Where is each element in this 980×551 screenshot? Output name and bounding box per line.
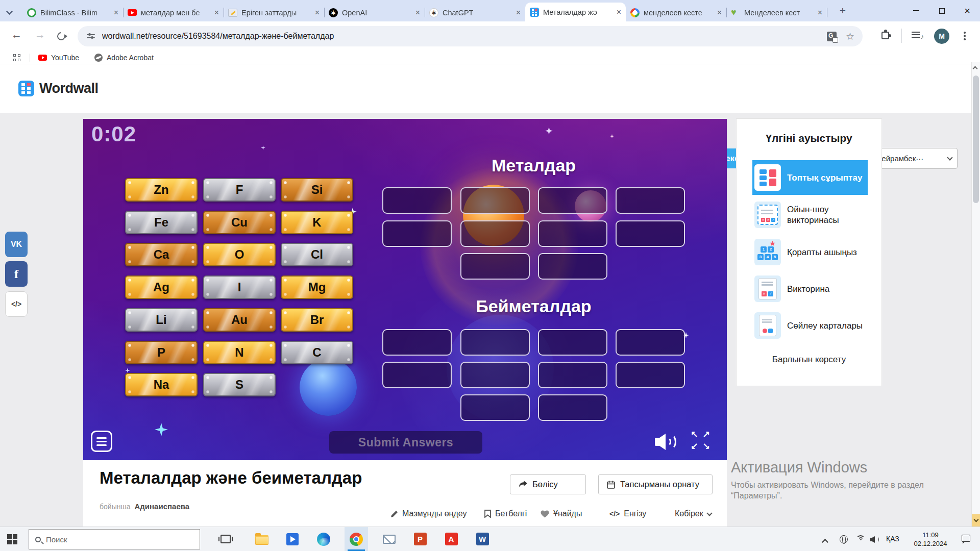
element-tile-Ag[interactable]: Ag bbox=[125, 276, 198, 299]
element-tile-C[interactable]: C bbox=[281, 341, 353, 364]
taskbar-acrobat[interactable]: A bbox=[439, 527, 463, 551]
window-minimize-button[interactable] bbox=[903, 0, 929, 21]
back-button[interactable]: ← bbox=[11, 29, 22, 41]
tab-close-icon[interactable]: × bbox=[818, 9, 822, 17]
page-scrollbar[interactable] bbox=[971, 62, 980, 527]
answer-slot[interactable] bbox=[538, 362, 607, 388]
scroll-down-arrow[interactable] bbox=[972, 514, 980, 527]
element-tile-Zn[interactable]: Zn bbox=[125, 178, 198, 202]
action-center-icon[interactable] bbox=[962, 535, 970, 542]
answer-slot[interactable] bbox=[460, 253, 530, 280]
answer-slot[interactable] bbox=[460, 394, 530, 421]
browser-tab[interactable]: металдар мен бе× bbox=[123, 4, 224, 21]
window-maximize-button[interactable] bbox=[929, 0, 954, 21]
bookmark-star-icon[interactable]: ☆ bbox=[846, 31, 854, 42]
apps-grid-icon[interactable] bbox=[13, 54, 20, 61]
template-option-gameshow-quiz[interactable]: ✕✕✓ Ойын-шоу викторинасы bbox=[753, 198, 867, 231]
fullscreen-icon[interactable]: ↖↗↙↘ bbox=[689, 429, 712, 453]
answer-slot[interactable] bbox=[616, 329, 685, 356]
tab-close-icon[interactable]: × bbox=[516, 9, 521, 17]
template-option-group-sort[interactable]: Топтық сұрыптау bbox=[753, 161, 867, 194]
clock[interactable]: 11:09 02.12.2024 bbox=[908, 531, 953, 548]
profile-avatar[interactable]: M bbox=[934, 29, 949, 44]
template-option-speaking-cards[interactable]: Сөйлеу карталары bbox=[753, 309, 867, 342]
address-bar[interactable]: wordwall.net/resource/51693584/металдар-… bbox=[78, 26, 863, 46]
tray-show-hidden-icons[interactable] bbox=[823, 537, 827, 546]
element-tile-Ca[interactable]: Ca bbox=[125, 243, 198, 266]
set-assignment-button[interactable]: Тапсырманы орнату bbox=[598, 474, 713, 494]
volume-icon[interactable] bbox=[870, 536, 880, 543]
element-tile-Br[interactable]: Br bbox=[281, 308, 353, 332]
more-action[interactable]: Көбірек bbox=[675, 509, 712, 518]
taskbar-powerpoint[interactable]: P bbox=[408, 527, 432, 551]
answer-slot[interactable] bbox=[538, 253, 607, 280]
taskbar-movies-app[interactable] bbox=[281, 527, 304, 551]
answer-slot[interactable] bbox=[382, 187, 452, 214]
element-tile-P[interactable]: P bbox=[125, 341, 198, 364]
language-indicator[interactable]: ҚАЗ bbox=[886, 535, 899, 543]
element-tile-N[interactable]: N bbox=[203, 341, 276, 364]
scroll-up-arrow[interactable] bbox=[973, 63, 977, 72]
element-tile-I[interactable]: I bbox=[203, 276, 276, 299]
taskbar-word[interactable]: W bbox=[471, 527, 494, 551]
edit-content-action[interactable]: Мазмұнды өңдеу bbox=[390, 509, 467, 518]
answer-slot[interactable] bbox=[460, 329, 530, 356]
tab-close-icon[interactable]: × bbox=[315, 9, 320, 17]
tab-close-icon[interactable]: × bbox=[415, 9, 420, 17]
extensions-icon[interactable] bbox=[881, 32, 889, 39]
answer-slot[interactable] bbox=[382, 220, 452, 247]
element-tile-Cl[interactable]: Cl bbox=[281, 243, 353, 266]
answer-slot[interactable] bbox=[538, 220, 607, 247]
element-tile-O[interactable]: O bbox=[203, 243, 276, 266]
element-tile-Na[interactable]: Na bbox=[125, 373, 198, 396]
element-tile-Cu[interactable]: Cu bbox=[203, 211, 276, 234]
like-action[interactable]: Ұнайды bbox=[541, 509, 582, 518]
answer-slot[interactable] bbox=[616, 220, 685, 247]
forward-button[interactable]: → bbox=[35, 29, 45, 41]
browser-tab[interactable]: Менделеев кест× bbox=[726, 4, 827, 21]
browser-tab[interactable]: менделеев кесте× bbox=[626, 4, 726, 21]
taskbar-search-input[interactable]: Поиск bbox=[29, 529, 200, 549]
element-tile-Au[interactable]: Au bbox=[203, 308, 276, 332]
element-tile-Si[interactable]: Si bbox=[281, 178, 353, 202]
bookmark-youtube[interactable]: YouTube bbox=[38, 54, 79, 62]
answer-slot[interactable] bbox=[616, 362, 685, 388]
answer-slot[interactable] bbox=[538, 329, 607, 356]
show-all-templates-link[interactable]: Барлығын көрсету bbox=[737, 355, 881, 365]
game-canvas[interactable]: 0:02 Металдар Бейметалдар Submit Answers… bbox=[83, 119, 727, 460]
submit-answers-button[interactable]: Submit Answers bbox=[329, 431, 482, 454]
share-button[interactable]: Бөлісу bbox=[510, 474, 586, 494]
element-tile-Mg[interactable]: Mg bbox=[281, 276, 353, 299]
taskbar-file-explorer[interactable] bbox=[250, 527, 274, 551]
browser-tab[interactable]: Еріген заттарды× bbox=[224, 4, 324, 21]
answer-slot[interactable] bbox=[460, 220, 530, 247]
tab-search-chevron-icon[interactable] bbox=[7, 7, 16, 16]
element-tile-Li[interactable]: Li bbox=[125, 308, 198, 332]
tab-close-icon[interactable]: × bbox=[114, 9, 118, 17]
answer-slot[interactable] bbox=[538, 394, 607, 421]
taskbar-chrome[interactable] bbox=[345, 527, 368, 551]
answer-slot[interactable] bbox=[460, 362, 530, 388]
answer-slot[interactable] bbox=[382, 329, 452, 356]
url-text[interactable]: wordwall.net/resource/51693584/металдар-… bbox=[102, 32, 827, 41]
browser-tab[interactable]: Металалдар жә× bbox=[525, 3, 626, 21]
embed-code-button[interactable]: </> bbox=[5, 291, 28, 317]
wifi-icon[interactable] bbox=[855, 535, 866, 543]
taskbar-mail[interactable] bbox=[377, 527, 401, 551]
tab-close-icon[interactable]: × bbox=[214, 9, 219, 17]
translate-icon[interactable] bbox=[827, 32, 837, 41]
element-tile-K[interactable]: K bbox=[281, 211, 353, 234]
bookmark-action[interactable]: Бетбелгі bbox=[484, 509, 527, 518]
answer-slot[interactable] bbox=[616, 187, 685, 214]
share-facebook-button[interactable]: f bbox=[5, 261, 28, 287]
browser-tab[interactable]: OpenAI× bbox=[324, 4, 425, 21]
new-tab-button[interactable]: + bbox=[835, 4, 850, 18]
reload-button[interactable] bbox=[56, 31, 67, 42]
network-icon[interactable] bbox=[840, 535, 848, 543]
wordwall-logo[interactable]: Wordwall bbox=[18, 81, 99, 96]
browser-tab[interactable]: ChatGPT× bbox=[425, 4, 525, 21]
template-option-quiz[interactable]: ✕✓ Викторина bbox=[753, 272, 867, 305]
element-tile-F[interactable]: F bbox=[203, 178, 276, 202]
element-tile-Fe[interactable]: Fe bbox=[125, 211, 198, 234]
template-option-open-the-box[interactable]: 12 345 Қорапты ашыңыз bbox=[753, 236, 867, 268]
